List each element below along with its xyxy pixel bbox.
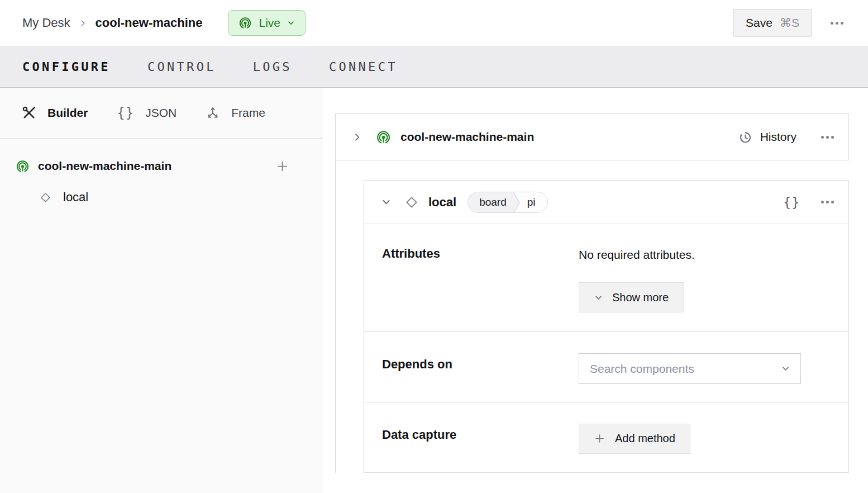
attributes-empty-text: No required attributes.	[579, 246, 848, 263]
data-capture-label: Data capture	[364, 424, 579, 472]
breadcrumb: My Desk cool-new-machine	[22, 16, 202, 30]
chevron-down-icon	[781, 364, 790, 373]
content-area: Builder {} JSON Frame	[0, 88, 868, 493]
show-more-button[interactable]: Show more	[579, 282, 684, 312]
tree-item-component-local[interactable]: local	[0, 185, 322, 210]
header-actions: Save ⌘S	[733, 9, 845, 37]
machine-status-dropdown[interactable]: Live	[228, 10, 306, 36]
component-name: local	[428, 195, 456, 210]
history-label: History	[760, 130, 797, 144]
tab-configure[interactable]: CONFIGURE	[22, 60, 111, 74]
badge-separator-icon	[511, 192, 521, 213]
view-tab-frame-label: Frame	[231, 106, 265, 120]
machine-nav-tabs: CONFIGURE CONTROL LOGS CONNECT	[0, 46, 868, 88]
edit-json-icon[interactable]: {}	[783, 195, 800, 210]
part-card-overflow-menu-icon[interactable]	[820, 132, 835, 142]
braces-icon: {}	[117, 105, 134, 121]
header-overflow-menu-icon[interactable]	[829, 18, 845, 28]
add-method-label: Add method	[615, 432, 675, 445]
component-diamond-icon	[40, 192, 51, 203]
depends-on-section: Depends on	[364, 331, 848, 401]
tree-item-machine-part[interactable]: cool-new-machine-main	[0, 154, 322, 178]
history-clock-icon	[738, 130, 752, 144]
breadcrumb-separator-icon	[79, 19, 87, 27]
machine-part-card: cool-new-machine-main History	[335, 113, 849, 160]
config-main-panel: cool-new-machine-main History	[322, 88, 868, 493]
config-view-tabs: Builder {} JSON Frame	[0, 88, 322, 139]
tab-logs[interactable]: LOGS	[253, 60, 292, 74]
add-method-button[interactable]: Add method	[579, 424, 690, 454]
save-button[interactable]: Save ⌘S	[733, 9, 812, 37]
attributes-section: Attributes No required attributes. Show …	[364, 224, 848, 331]
live-broadcast-icon	[239, 16, 252, 30]
machine-name-title: cool-new-machine	[96, 16, 203, 30]
view-tab-json[interactable]: {} JSON	[117, 105, 177, 121]
data-capture-section: Data capture Add method	[364, 402, 848, 472]
tab-control[interactable]: CONTROL	[147, 60, 216, 74]
view-tab-builder[interactable]: Builder	[22, 106, 88, 120]
view-tab-frame[interactable]: Frame	[206, 106, 265, 120]
chevron-down-icon[interactable]	[381, 197, 391, 207]
live-status-label: Live	[259, 16, 280, 30]
show-more-label: Show more	[612, 291, 669, 304]
tab-connect[interactable]: CONNECT	[329, 60, 398, 74]
chevron-down-icon	[594, 293, 603, 302]
component-type: board	[468, 192, 511, 212]
history-button[interactable]: History	[738, 130, 797, 144]
machine-part-icon	[376, 130, 391, 145]
search-components-input[interactable]	[590, 362, 781, 376]
chevron-down-icon	[287, 19, 295, 27]
machine-part-icon	[16, 159, 30, 173]
view-tab-json-label: JSON	[145, 106, 177, 120]
chevron-right-icon[interactable]	[352, 132, 362, 142]
frame-axes-icon	[206, 106, 220, 120]
tree-component-label: local	[63, 190, 88, 205]
build-tools-icon	[22, 106, 36, 120]
component-diamond-icon	[405, 196, 418, 209]
page-header: My Desk cool-new-machine Live Save ⌘S	[0, 0, 868, 46]
part-card-title: cool-new-machine-main	[400, 130, 738, 144]
tree-machine-part-label: cool-new-machine-main	[38, 159, 275, 173]
depends-on-label: Depends on	[364, 353, 579, 401]
config-sidebar: Builder {} JSON Frame	[0, 88, 322, 493]
resource-tree: cool-new-machine-main local	[0, 139, 322, 210]
attributes-label: Attributes	[364, 246, 579, 331]
view-tab-builder-label: Builder	[47, 106, 88, 120]
breadcrumb-parent-link[interactable]: My Desk	[22, 16, 70, 30]
component-card-local: local board pi {} Attributes No required…	[364, 180, 849, 473]
add-component-icon[interactable]	[275, 159, 289, 173]
component-model: pi	[521, 192, 547, 212]
save-shortcut-hint: ⌘S	[780, 16, 799, 30]
card-connector-line	[335, 160, 336, 473]
component-overflow-menu-icon[interactable]	[820, 197, 835, 207]
depends-on-select[interactable]	[579, 353, 801, 384]
component-type-badge: board pi	[468, 192, 547, 213]
component-card-header: local board pi {}	[364, 181, 848, 224]
plus-icon	[594, 433, 605, 444]
